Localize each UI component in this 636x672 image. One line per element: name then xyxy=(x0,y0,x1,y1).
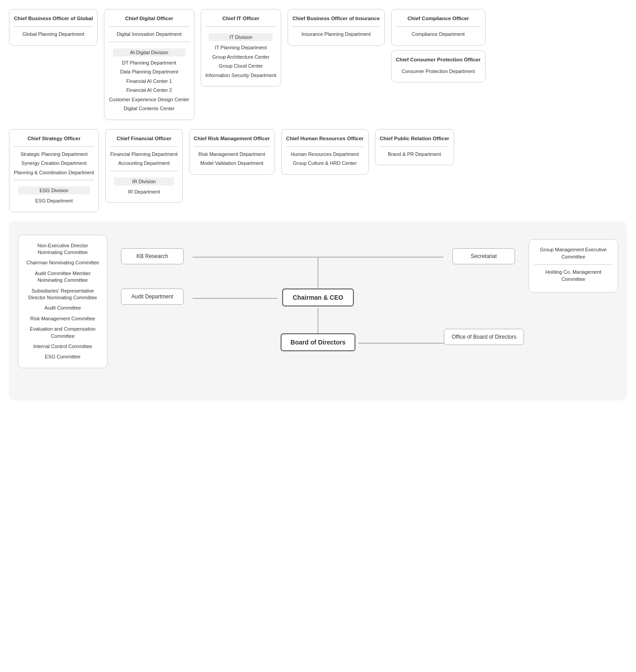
box-global-title: Chief Business Officer of Global xyxy=(14,15,93,22)
box-it-div-item-0-2: Group Cloud Center xyxy=(206,62,276,70)
chairman-ceo-box: Chairman & CEO xyxy=(282,289,354,306)
secretariat-node: Secretariat xyxy=(452,248,515,264)
office-board-node: Office of Board of Directors xyxy=(444,329,524,345)
box-hr-dept-1: Group Culture & HRD Center xyxy=(286,159,364,167)
kb-research-box: KB Research xyxy=(121,248,184,264)
kb-research-label: KB Research xyxy=(137,253,168,259)
box-financial-divider xyxy=(110,146,177,147)
mid-col: KB Research Secretariat Chairman & CEO xyxy=(107,235,529,387)
box-risk-dept-0: Risk Management Department xyxy=(194,151,270,158)
secretariat-label: Secretariat xyxy=(471,253,497,259)
committee-item-3: Subsidiaries' Representative Director No… xyxy=(25,288,101,302)
box-it-title: Chief IT Officer xyxy=(206,15,276,22)
committee-item-7: Internal Control Committee xyxy=(25,343,101,350)
committee-item-6: Evaluation and Compensation Committee xyxy=(25,326,101,340)
box-risk: Chief Risk Management OfficerRisk Manage… xyxy=(189,129,275,175)
box-financial-title: Chief Financial Officer xyxy=(110,135,177,142)
box-hr-dept-0: Human Resources Department xyxy=(286,151,364,158)
box-digital-div-item-0-2: Financial AI Center 1 xyxy=(109,78,189,85)
box-global-dept-0: Global Planning Department xyxy=(14,30,93,38)
box-hr-divider xyxy=(286,146,364,147)
box-strategy-dept-0: Strategic Planning Department xyxy=(14,151,94,158)
box-digital-divider xyxy=(109,26,189,27)
box-hr-title: Chief Human Resources Officer xyxy=(286,135,364,142)
committee-item-4: Audit Committee xyxy=(25,305,101,311)
committee-item-8: ESG Committee xyxy=(25,353,101,360)
box-strategy-div-item-0-0: ESG Department xyxy=(14,197,94,205)
secretariat-box: Secretariat xyxy=(452,248,515,264)
box-strategy: Chief Strategy OfficerStrategic Planning… xyxy=(9,129,99,212)
right-col: Group Management Executive CommitteeHold… xyxy=(529,235,618,387)
box-it-division-0: IT Division xyxy=(209,33,273,41)
box-insurance-title: Chief Business Officer of Insurance xyxy=(292,15,380,22)
box-pr-divider xyxy=(380,146,449,147)
box-risk-dept-1: Model Validation Department xyxy=(194,159,270,167)
box-insurance-dept-0: Insurance Planning Department xyxy=(292,30,380,38)
box-it-div-hr-0 xyxy=(206,26,276,27)
chairman-ceo-node: Chairman & CEO xyxy=(282,289,354,306)
chairman-ceo-label: Chairman & CEO xyxy=(293,294,344,301)
office-board-label: Office of Board of Directors xyxy=(451,334,516,340)
row-1: Chief Business Officer of GlobalGlobal P… xyxy=(9,9,627,120)
row-2: Chief Strategy OfficerStrategic Planning… xyxy=(9,129,627,212)
box-strategy-title: Chief Strategy Officer xyxy=(14,135,94,142)
box-digital-div-item-0-0: DT Planning Department xyxy=(109,59,189,67)
box-pr-title: Chief Public Relation Officer xyxy=(380,135,449,142)
box-digital: Chief Digital OfficerDigital Innovation … xyxy=(104,9,194,120)
mgmt-item-1: Holding Co. Management Committee xyxy=(534,268,612,283)
box-strategy-div-hr-0 xyxy=(14,180,94,180)
box-strategy-division-0: ESG Division xyxy=(18,186,90,194)
box-consumer-protection: Chief Consumer Protection OfficerConsume… xyxy=(391,50,486,83)
box-it-div-item-0-1: Group Architecture Center xyxy=(206,53,276,61)
committee-item-5: Risk Management Committee xyxy=(25,315,101,322)
box-risk-title: Chief Risk Management Officer xyxy=(194,135,270,142)
mgmt-divider-0 xyxy=(534,264,612,265)
committee-item-0: Non-Executive Director Nominating Commit… xyxy=(25,242,101,256)
box-it: Chief IT OfficerIT DivisionIT Planning D… xyxy=(201,9,281,86)
consumer-protection-title: Chief Consumer Protection Officer xyxy=(396,56,481,63)
box-compliance-dept-0: Compliance Department xyxy=(396,30,481,38)
consumer-protection-dept: Consumer Protection Department xyxy=(396,68,481,75)
box-financial-div-hr-0 xyxy=(110,171,177,171)
office-board-box: Office of Board of Directors xyxy=(444,329,524,345)
box-digital-div-item-0-1: Data Planning Department xyxy=(109,68,189,76)
box-risk-divider xyxy=(194,146,270,147)
org-chart: Chief Business Officer of GlobalGlobal P… xyxy=(9,9,627,401)
box-digital-division-0: AI·Digital Division xyxy=(113,48,185,56)
box-compliance-title: Chief Compliance Officer xyxy=(396,15,481,22)
box-global: Chief Business Officer of GlobalGlobal P… xyxy=(9,9,98,46)
box-financial-div-item-0-0: IR Department xyxy=(110,188,177,196)
box-digital-div-item-0-4: Customer Experience Design Center xyxy=(109,96,189,103)
box-financial-division-0: IR Division xyxy=(114,177,174,185)
box-strategy-dept-2: Planning & Coordination Department xyxy=(14,169,94,177)
audit-dept-node: Audit Department xyxy=(121,289,184,305)
box-strategy-dept-1: Synergy Creation Department xyxy=(14,159,94,167)
box-financial: Chief Financial OfficerFinancial Plannin… xyxy=(105,129,182,203)
box-financial-dept-0: Financial Planning Department xyxy=(110,151,177,158)
box-digital-div-hr-0 xyxy=(109,42,189,42)
bottom-layout: Non-Executive Director Nominating Commit… xyxy=(18,235,618,387)
board-directors-node: Board of Directors xyxy=(281,333,356,351)
box-it-div-item-0-3: Information Security Department xyxy=(206,72,276,79)
box-insurance: Chief Business Officer of InsuranceInsur… xyxy=(288,9,385,46)
box-global-divider xyxy=(14,26,93,27)
compliance-stack: Chief Compliance OfficerCompliance Depar… xyxy=(391,9,486,82)
mgmt-item-0: Group Management Executive Committee xyxy=(534,246,612,261)
box-hr: Chief Human Resources OfficerHuman Resou… xyxy=(281,129,369,175)
committees-box: Non-Executive Director Nominating Commit… xyxy=(18,235,107,368)
box-digital-title: Chief Digital Officer xyxy=(109,15,189,22)
audit-dept-box: Audit Department xyxy=(121,289,184,305)
box-financial-dept-1: Accounting Department xyxy=(110,159,177,167)
box-digital-dept-0: Digital Innovation Department xyxy=(109,30,189,38)
kb-research-node: KB Research xyxy=(121,248,184,264)
board-directors-label: Board of Directors xyxy=(291,339,346,346)
box-pr: Chief Public Relation OfficerBrand & PR … xyxy=(375,129,454,166)
box-compliance-divider xyxy=(396,26,481,27)
bottom-section: Non-Executive Director Nominating Commit… xyxy=(9,221,627,401)
box-digital-div-item-0-3: Financial AI Center 2 xyxy=(109,86,189,94)
left-col: Non-Executive Director Nominating Commit… xyxy=(18,235,107,387)
box-digital-div-item-0-5: Digital Contents Center xyxy=(109,105,189,112)
mgmt-box: Group Management Executive CommitteeHold… xyxy=(529,239,618,293)
committee-item-1: Chairman Nominating Committee xyxy=(25,259,101,266)
box-insurance-divider xyxy=(292,26,380,27)
